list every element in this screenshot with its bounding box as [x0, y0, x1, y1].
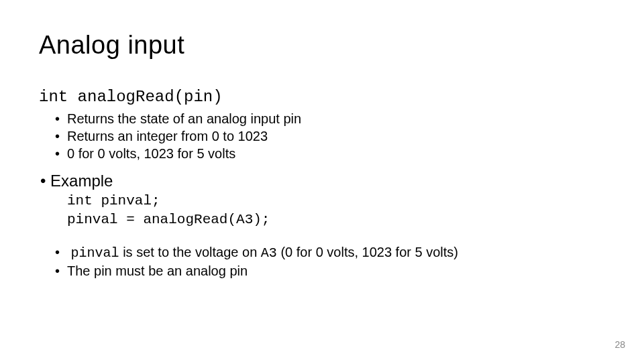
list-item: Returns an integer from 0 to 1023	[67, 127, 605, 145]
code-line: int pinval;	[67, 192, 605, 210]
explanation-bullets: pinval is set to the voltage on A3 (0 fo…	[39, 243, 605, 280]
text: is set to the voltage on	[119, 245, 261, 259]
list-item: The pin must be an analog pin	[67, 262, 605, 280]
function-signature: int analogRead(pin)	[39, 88, 605, 106]
signature-bullets: Returns the state of an analog input pin…	[39, 110, 605, 162]
code-inline: pinval	[71, 245, 119, 261]
list-item: Returns the state of an analog input pin	[67, 110, 605, 127]
list-item: 0 for 0 volts, 1023 for 5 volts	[67, 145, 605, 162]
example-heading: Example	[40, 172, 605, 190]
slide-title: Analog input	[39, 31, 605, 60]
page-number: 28	[614, 339, 625, 350]
text: (0 for 0 volts, 1023 for 5 volts)	[277, 245, 458, 259]
code-inline: A3	[261, 245, 277, 261]
slide: Analog input int analogRead(pin) Returns…	[0, 0, 644, 362]
list-item: pinval is set to the voltage on A3 (0 fo…	[67, 243, 605, 262]
code-block: int pinval; pinval = analogRead(A3);	[39, 192, 605, 230]
code-line: pinval = analogRead(A3);	[67, 210, 605, 229]
